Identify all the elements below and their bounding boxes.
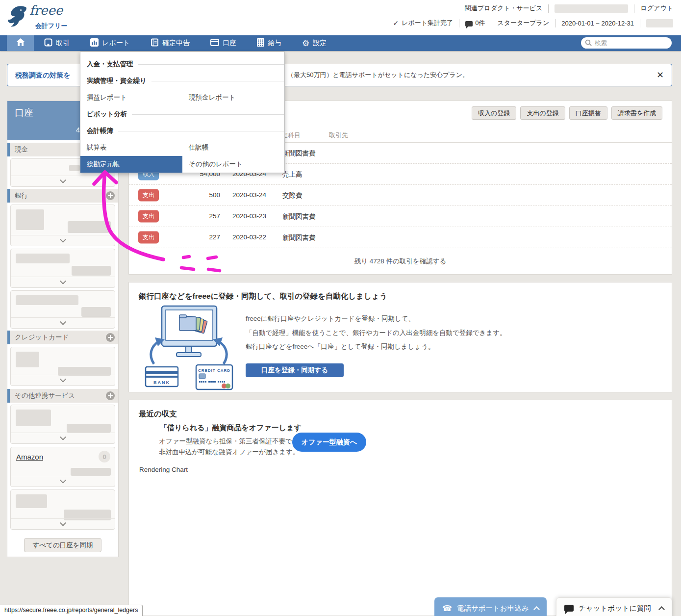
account-item: 新聞図書費 <box>282 212 316 221</box>
swallow-logo-icon <box>7 4 27 29</box>
expand-row[interactable] <box>11 476 115 487</box>
menu-section-payments[interactable]: 入金・支払管理 <box>80 56 284 73</box>
check-icon: ✓ <box>393 19 399 27</box>
message-count[interactable]: 0件 <box>475 19 485 27</box>
separator <box>634 4 634 13</box>
date: 2020-03-24 <box>232 191 266 199</box>
separator <box>555 19 555 27</box>
expand-row[interactable] <box>11 433 115 443</box>
expand-row[interactable] <box>11 375 115 385</box>
sync-all-accounts-button[interactable]: すべての口座を同期 <box>24 538 101 552</box>
transactions-footer: 残り 4728 件の取引を確認する <box>129 248 672 275</box>
top-header: freee 会計フリー 関連プロダクト・サービス ログアウト ✓ レポート集計完… <box>0 0 681 35</box>
nav-label: 確定申告 <box>162 39 190 48</box>
related-products-link[interactable]: 関連プロダクト・サービス <box>465 4 542 13</box>
remaining-transactions-link[interactable]: 残り 4728 件の取引を確認する <box>354 257 447 265</box>
section-bank: 銀行 <box>7 189 118 203</box>
chevron-up-icon <box>658 606 665 613</box>
sync-promo-title: 銀行口座などをfreeeに登録・同期して、取引の登録を自動化しましょう <box>139 291 387 302</box>
header-links: 関連プロダクト・サービス ログアウト <box>465 4 673 13</box>
nav-label: 口座 <box>223 39 236 48</box>
browser-status-url: https://secure.freee.co.jp/reports/gener… <box>0 605 143 616</box>
service-account-card <box>10 405 115 444</box>
menu-item-cash-report[interactable]: 現預金レポート <box>182 89 284 106</box>
nav-item-home[interactable] <box>7 35 34 51</box>
plan-name[interactable]: スタータープラン <box>497 19 549 27</box>
menu-section-performance[interactable]: 実績管理・資金繰り <box>80 73 284 89</box>
menu-item-profit-loss-report[interactable]: 損益レポート <box>80 89 182 106</box>
nav-search <box>581 37 672 49</box>
amazon-account-card: Amazon 0 <box>10 447 115 487</box>
chat-icon <box>564 605 574 612</box>
loan-offer-button[interactable]: オファー型融資へ <box>292 433 366 452</box>
section-credit-cards: クレジットカード <box>7 331 118 344</box>
table-row[interactable]: 支出 257 2020-03-23 新聞図書費 <box>129 206 672 227</box>
create-invoice-button[interactable]: 請求書を作成 <box>611 106 662 120</box>
brand-script: freee <box>29 4 63 17</box>
redacted-value <box>69 165 80 171</box>
sync-promo-text: freeeに銀行口座やクレジットカードを登録・同期して、 「自動で経理」機能を使… <box>246 312 506 354</box>
table-row[interactable]: 支出 227 2020-03-22 新聞図書費 <box>129 227 672 248</box>
register-expense-button[interactable]: 支出の登録 <box>520 106 565 120</box>
separator <box>459 19 459 27</box>
register-income-button[interactable]: 収入の登録 <box>472 106 516 120</box>
gear-icon: ⚙ <box>302 39 309 48</box>
nav-item-transactions[interactable]: 取引 <box>34 35 80 51</box>
nav-item-settings[interactable]: ⚙ 設定 <box>292 35 337 51</box>
expense-badge: 支出 <box>138 231 159 244</box>
register-sync-account-button[interactable]: 口座を登録・同期する <box>246 363 344 377</box>
promo-line: 「自動で経理」機能を使うことで、銀行やカードの入出金明細を自動で登録できます。 <box>246 326 506 340</box>
redacted-name <box>16 410 51 426</box>
table-row[interactable]: 支出 500 2020-03-24 交際費 <box>129 185 672 206</box>
promo-line: 銀行口座などをfreeeへ「口座」として登録・同期しましょう。 <box>246 340 506 354</box>
redacted-value <box>68 221 111 233</box>
section-label: その他連携サービス <box>15 391 75 400</box>
expand-row[interactable] <box>11 317 115 328</box>
chatbot-button[interactable]: チャットボットに質問 <box>556 597 672 616</box>
add-bank-icon[interactable] <box>106 191 115 200</box>
service-account-card <box>10 489 115 530</box>
menu-item-journal[interactable]: 仕訳帳 <box>182 139 284 156</box>
menu-section-pivot[interactable]: ピボット分析 <box>80 106 284 123</box>
redacted-name <box>16 295 78 305</box>
tax-return-icon <box>151 38 159 48</box>
section-other-services: その他連携サービス <box>7 389 118 403</box>
bank-account-card <box>10 249 115 288</box>
freee-logo[interactable]: freee 会計フリー <box>7 4 63 29</box>
loan-offer-line: オファー型融資なら担保・第三者保証不要で、 <box>159 437 299 446</box>
close-icon[interactable]: ✕ <box>656 64 664 86</box>
menu-item-general-ledger[interactable]: 総勘定元帳 <box>80 156 182 173</box>
expand-row[interactable] <box>11 176 115 186</box>
amount: 500 <box>158 191 220 199</box>
amazon-link[interactable]: Amazon <box>16 453 43 461</box>
credit-card-card <box>10 347 115 386</box>
menu-item-other-reports[interactable]: その他のレポート <box>182 156 284 173</box>
redacted-account-name <box>555 4 628 13</box>
menu-section-label: 実績管理・資金繰り <box>87 77 147 85</box>
account-transfer-button[interactable]: 口座振替 <box>569 106 607 120</box>
logout-link[interactable]: ログアウト <box>640 4 673 13</box>
add-credit-card-icon[interactable] <box>106 333 115 342</box>
search-input[interactable] <box>581 37 672 49</box>
report-status-text: レポート集計完了 <box>402 19 453 27</box>
date: 2020-03-22 <box>232 233 266 241</box>
expand-row[interactable] <box>11 235 115 246</box>
sync-promo-panel: 銀行口座などをfreeeに登録・同期して、取引の登録を自動化しましょう <box>128 282 672 392</box>
expand-row[interactable] <box>11 277 115 287</box>
add-service-icon[interactable] <box>106 391 115 400</box>
menu-section-books[interactable]: 会計帳簿 <box>80 123 284 139</box>
amazon-count-badge: 0 <box>99 451 110 462</box>
banner-link[interactable]: 税務調査の対策を <box>15 64 71 86</box>
chevron-down-icon <box>60 319 66 325</box>
fiscal-period[interactable]: 2020-01-01 ~ 2020-12-31 <box>561 20 634 27</box>
nav-label: 取引 <box>56 39 70 48</box>
expand-row[interactable] <box>11 518 115 529</box>
nav-item-accounts[interactable]: 口座 <box>200 35 247 51</box>
phone-support-button[interactable]: ☎ 電話サポートお申込み <box>434 597 547 616</box>
nav-item-payroll[interactable]: 給与 <box>247 35 292 51</box>
nav-item-tax-return[interactable]: 確定申告 <box>140 35 200 51</box>
nav-label: 設定 <box>313 39 327 48</box>
menu-item-trial-balance[interactable]: 試算表 <box>80 139 182 156</box>
header-status-row: ✓ レポート集計完了 0件 スタータープラン 2020-01-01 ~ 2020… <box>393 19 673 27</box>
nav-item-reports[interactable]: レポート <box>80 35 140 51</box>
